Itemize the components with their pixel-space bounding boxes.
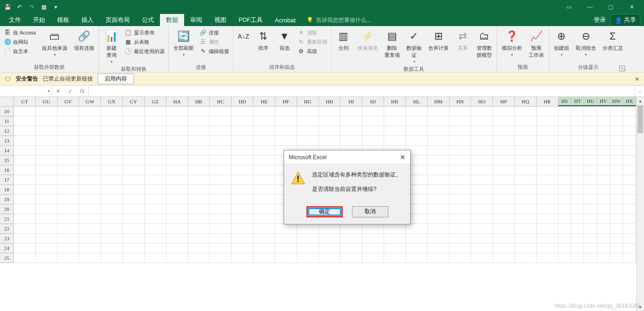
column-header[interactable]: HO bbox=[471, 97, 493, 106]
share-button[interactable]: 👤 共享 bbox=[611, 14, 640, 26]
column-header[interactable]: GU bbox=[36, 97, 58, 106]
qat-customize-icon[interactable]: ▾ bbox=[50, 1, 61, 13]
group-button[interactable]: ⊕创建组▾ bbox=[551, 28, 572, 58]
row-header[interactable]: 19 bbox=[0, 195, 13, 204]
tab-data[interactable]: 数据 bbox=[160, 14, 184, 26]
accept-formula-icon[interactable]: ✓ bbox=[64, 88, 76, 95]
existing-conn-button[interactable]: 🔗现有连接 bbox=[71, 28, 97, 53]
row-header[interactable]: 23 bbox=[0, 234, 13, 243]
cancel-formula-icon[interactable]: ✕ bbox=[52, 88, 64, 95]
name-box[interactable]: ▾ bbox=[0, 86, 52, 96]
close-warning-icon[interactable]: ✕ bbox=[635, 76, 639, 82]
tab-home[interactable]: 开始 bbox=[27, 14, 51, 26]
row-header[interactable]: 14 bbox=[0, 146, 13, 156]
row-header[interactable]: 25 bbox=[0, 253, 13, 263]
column-header[interactable]: HL bbox=[406, 97, 428, 106]
row-header[interactable]: 18 bbox=[0, 185, 13, 195]
column-header[interactable]: HR bbox=[537, 97, 558, 106]
undo-icon[interactable]: ↶ bbox=[14, 1, 25, 13]
column-header[interactable]: GT bbox=[14, 97, 36, 106]
column-header[interactable]: HE bbox=[253, 97, 275, 106]
name-box-dropdown-icon[interactable]: ▾ bbox=[48, 89, 50, 93]
refresh-all-button[interactable]: 🔄全部刷新▾ bbox=[171, 28, 197, 58]
sort-asc-button[interactable]: A↓Z bbox=[235, 28, 252, 45]
column-header[interactable]: HJ bbox=[362, 97, 384, 106]
filter-button[interactable]: ▼筛选 bbox=[274, 28, 295, 53]
row-header[interactable]: 12 bbox=[0, 126, 13, 136]
tab-layout[interactable]: 页面布局 bbox=[100, 14, 136, 26]
column-header[interactable]: HN bbox=[450, 97, 471, 106]
recent-sources-button[interactable]: 🕑最近使用的源 bbox=[124, 47, 166, 55]
data-model-button[interactable]: 🗂管理数 据模型 bbox=[474, 28, 495, 60]
row-header[interactable]: 17 bbox=[0, 175, 13, 185]
forecast-button[interactable]: 📈预测 工作表 bbox=[526, 28, 547, 60]
remove-dup-button[interactable]: ▤删除 重复项 bbox=[382, 28, 403, 60]
column-header[interactable]: HG bbox=[297, 97, 319, 106]
ok-button[interactable]: 确定 bbox=[306, 206, 343, 217]
column-header[interactable]: HS bbox=[558, 97, 571, 106]
column-header[interactable]: HT bbox=[571, 97, 584, 106]
redo-icon[interactable]: ↷ bbox=[26, 1, 37, 13]
ribbon-options-icon[interactable]: ▭ bbox=[558, 0, 579, 14]
column-header[interactable]: HP bbox=[493, 97, 515, 106]
data-validation-button[interactable]: ✓数据验 证▾ bbox=[404, 28, 425, 65]
new-query-button[interactable]: 📊新建 查询▾ bbox=[101, 28, 122, 65]
connections-button[interactable]: 🔗连接 bbox=[199, 28, 230, 37]
column-header[interactable]: GY bbox=[123, 97, 145, 106]
column-header[interactable]: GX bbox=[101, 97, 123, 106]
tab-view[interactable]: 视图 bbox=[208, 14, 232, 26]
column-header[interactable]: HI bbox=[340, 97, 362, 106]
column-header[interactable]: HW bbox=[610, 97, 623, 106]
from-web-button[interactable]: 🌐自网站 bbox=[3, 38, 37, 46]
from-access-button[interactable]: 🗄自 Access bbox=[3, 28, 37, 37]
dialog-close-icon[interactable]: ✕ bbox=[400, 154, 405, 161]
row-header[interactable]: 10 bbox=[0, 107, 13, 116]
column-header[interactable]: HM bbox=[428, 97, 450, 106]
row-header[interactable]: 11 bbox=[0, 116, 13, 126]
expand-formula-icon[interactable]: ⌄ bbox=[635, 86, 644, 96]
fx-icon[interactable]: fx bbox=[76, 88, 88, 95]
save-icon[interactable]: 💾 bbox=[2, 1, 13, 13]
column-header[interactable]: HD bbox=[232, 97, 253, 106]
tell-me-search[interactable]: 💡 告诉我您想要做什么... bbox=[302, 14, 376, 26]
whatif-button[interactable]: ❓模拟分析▾ bbox=[499, 28, 525, 58]
tab-review[interactable]: 审阅 bbox=[184, 14, 208, 26]
edit-links-button[interactable]: ✎编辑链接 bbox=[199, 47, 230, 55]
text-to-columns-button[interactable]: ▥分列 bbox=[333, 28, 354, 53]
row-header[interactable]: 24 bbox=[0, 243, 13, 253]
row-header[interactable]: 13 bbox=[0, 136, 13, 146]
row-header[interactable]: 20 bbox=[0, 204, 13, 214]
tab-pdf[interactable]: PDF工具 bbox=[232, 14, 269, 26]
vertical-scrollbar[interactable]: ▲ ▼ bbox=[636, 97, 644, 311]
enable-content-button[interactable]: 启用内容 bbox=[98, 74, 134, 84]
select-all-corner[interactable] bbox=[0, 97, 14, 107]
close-icon[interactable]: ✕ bbox=[621, 0, 642, 14]
advanced-filter-button[interactable]: ⚙高级 bbox=[297, 47, 328, 55]
maximize-icon[interactable]: ▢ bbox=[600, 0, 621, 14]
row-header[interactable]: 22 bbox=[0, 224, 13, 234]
show-queries-button[interactable]: 📋显示查询 bbox=[124, 28, 166, 37]
consolidate-button[interactable]: ⊞合并计算 bbox=[425, 28, 451, 53]
from-text-button[interactable]: 📄自文本 bbox=[3, 47, 37, 55]
column-header[interactable]: HH bbox=[319, 97, 341, 106]
column-header[interactable]: GW bbox=[79, 97, 101, 106]
column-header[interactable]: HQ bbox=[515, 97, 537, 106]
column-header[interactable]: HU bbox=[584, 97, 597, 106]
row-header[interactable]: 21 bbox=[0, 214, 13, 224]
ungroup-button[interactable]: ⊖取消组合▾ bbox=[573, 28, 599, 58]
column-header[interactable]: HF bbox=[275, 97, 297, 106]
subtotal-button[interactable]: Σ分类汇总 bbox=[600, 28, 626, 53]
tab-insert[interactable]: 插入 bbox=[75, 14, 100, 26]
column-header[interactable]: HX bbox=[623, 97, 636, 106]
dialog-launcher-icon[interactable]: ↘ bbox=[619, 66, 625, 71]
from-table-button[interactable]: ▦从表格 bbox=[124, 38, 166, 46]
column-header[interactable]: HA bbox=[166, 97, 188, 106]
minimize-icon[interactable]: — bbox=[579, 0, 600, 14]
column-header[interactable]: HB bbox=[188, 97, 210, 106]
row-header[interactable]: 16 bbox=[0, 165, 13, 175]
scroll-up-icon[interactable]: ▲ bbox=[637, 97, 644, 105]
column-header[interactable]: GZ bbox=[145, 97, 166, 106]
column-header[interactable]: HC bbox=[210, 97, 232, 106]
scroll-thumb[interactable] bbox=[637, 105, 643, 133]
column-header[interactable]: GV bbox=[58, 97, 80, 106]
